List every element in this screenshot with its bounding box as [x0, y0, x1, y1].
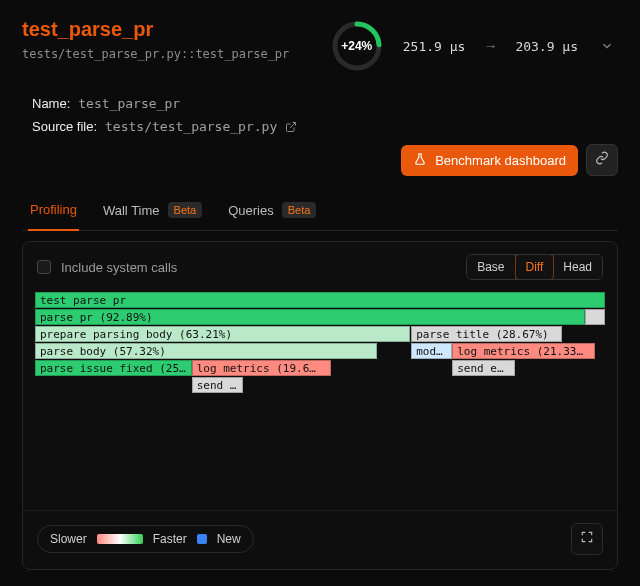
- flame-bar[interactable]: test parse pr: [35, 292, 605, 308]
- gauge-delta: +24%: [329, 18, 385, 74]
- flame-row: parse issue fixed (25.…log metrics (19.6…: [35, 360, 605, 377]
- fullscreen-icon: [580, 530, 594, 548]
- actions-row: Benchmark dashboard: [22, 144, 618, 176]
- legend-pill: Slower Faster New: [37, 525, 254, 553]
- meta-name-key: Name:: [32, 96, 70, 111]
- page-title: test_parse_pr: [22, 18, 317, 41]
- flame-bar[interactable]: send …: [192, 377, 243, 393]
- legend-slower: Slower: [50, 532, 87, 546]
- flame-row: parse body (57.32%)modi…log metrics (21.…: [35, 343, 605, 360]
- include-system-row: Include system calls: [37, 260, 177, 275]
- meta-name-row: Name: test_parse_pr: [32, 96, 618, 111]
- flame-bar[interactable]: prepare parsing body (63.21%): [35, 326, 410, 342]
- legend-faster: Faster: [153, 532, 187, 546]
- tab-profiling-label: Profiling: [30, 202, 77, 217]
- flame-bar[interactable]: parse issue fixed (25.…: [35, 360, 192, 376]
- include-system-checkbox[interactable]: [37, 260, 51, 274]
- time-before: 251.9 µs: [403, 39, 466, 54]
- tab-walltime[interactable]: Wall Time Beta: [101, 192, 204, 230]
- flame-bar[interactable]: parse title (28.67%): [411, 326, 562, 342]
- seg-diff[interactable]: Diff: [515, 254, 555, 280]
- beta-badge: Beta: [282, 202, 317, 218]
- flame-bar[interactable]: send e…: [452, 360, 515, 376]
- meta-name-val: test_parse_pr: [78, 96, 180, 111]
- panel-top: Include system calls Base Diff Head: [23, 242, 617, 292]
- seg-head[interactable]: Head: [553, 255, 602, 279]
- arrow-icon: →: [483, 38, 497, 54]
- svg-line-2: [290, 122, 296, 128]
- tab-walltime-label: Wall Time: [103, 203, 160, 218]
- legend-new: New: [217, 532, 241, 546]
- flame-row: parse pr (92.89%): [35, 309, 605, 326]
- meta-source-row: Source file: tests/test_parse_pr.py: [32, 119, 618, 134]
- link-button[interactable]: [586, 144, 618, 176]
- flame-bar[interactable]: parse pr (92.89%): [35, 309, 585, 325]
- flame-row: prepare parsing body (63.21%)parse title…: [35, 326, 605, 343]
- benchmark-dashboard-button[interactable]: Benchmark dashboard: [401, 145, 578, 176]
- legend-gradient: [97, 534, 143, 544]
- view-segmented: Base Diff Head: [466, 254, 603, 280]
- tab-queries-label: Queries: [228, 203, 274, 218]
- external-link-icon[interactable]: [285, 121, 297, 133]
- meta-block: Name: test_parse_pr Source file: tests/t…: [22, 96, 618, 134]
- title-block: test_parse_pr tests/test_parse_pr.py::te…: [22, 18, 317, 61]
- include-system-label: Include system calls: [61, 260, 177, 275]
- metrics-block: +24% 251.9 µs → 203.9 µs: [329, 18, 618, 74]
- flame-row: test parse pr: [35, 292, 605, 309]
- flame-bar[interactable]: parse body (57.32%): [35, 343, 377, 359]
- flame-bar[interactable]: log metrics (19.6…: [192, 360, 332, 376]
- page-root: test_parse_pr tests/test_parse_pr.py::te…: [0, 0, 640, 584]
- tabs: Profiling Wall Time Beta Queries Beta: [22, 192, 618, 231]
- flame-row: send …: [35, 377, 605, 394]
- legend-row: Slower Faster New: [23, 510, 617, 569]
- header-row: test_parse_pr tests/test_parse_pr.py::te…: [22, 18, 618, 74]
- flame-bar[interactable]: [585, 309, 605, 325]
- link-icon: [595, 151, 609, 169]
- flame-bar[interactable]: modi…: [411, 343, 452, 359]
- benchmark-dashboard-label: Benchmark dashboard: [435, 153, 566, 168]
- page-subtitle: tests/test_parse_pr.py::test_parse_pr: [22, 47, 317, 61]
- time-after: 203.9 µs: [515, 39, 578, 54]
- flame-area[interactable]: test parse prparse pr (92.89%)prepare pa…: [35, 292, 605, 492]
- tab-queries[interactable]: Queries Beta: [226, 192, 318, 230]
- flask-icon: [413, 152, 427, 169]
- beta-badge: Beta: [168, 202, 203, 218]
- gauge: +24%: [329, 18, 385, 74]
- meta-source-key: Source file:: [32, 119, 97, 134]
- fullscreen-button[interactable]: [571, 523, 603, 555]
- flame-bar[interactable]: log metrics (21.33…: [452, 343, 595, 359]
- tab-profiling[interactable]: Profiling: [28, 192, 79, 231]
- meta-source-val: tests/test_parse_pr.py: [105, 119, 277, 134]
- flame-graph: test parse prparse pr (92.89%)prepare pa…: [23, 292, 617, 500]
- chevron-down-icon[interactable]: [596, 35, 618, 57]
- legend-new-swatch: [197, 534, 207, 544]
- profiling-panel: Include system calls Base Diff Head test…: [22, 241, 618, 570]
- seg-base[interactable]: Base: [467, 255, 515, 279]
